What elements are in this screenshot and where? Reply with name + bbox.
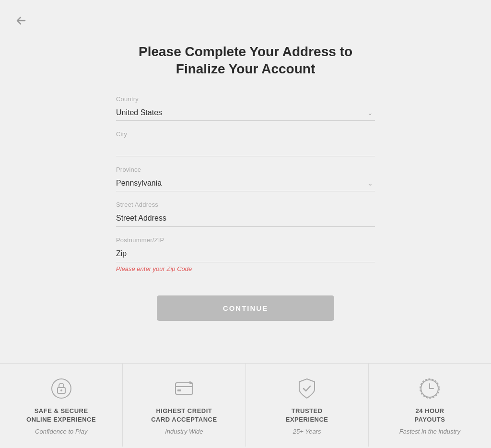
country-label: Country (116, 95, 375, 103)
country-select[interactable]: United States Canada United Kingdom Aust… (116, 106, 375, 120)
lock-icon (50, 377, 73, 400)
street-label: Street Address (116, 201, 375, 208)
main-content: Please Complete Your Address to Finalize… (0, 0, 491, 340)
zip-input[interactable] (116, 247, 375, 262)
feature-safe-subtitle: Confidence to Play (35, 428, 87, 435)
zip-label: Postnummer/ZIP (116, 236, 375, 244)
province-select-wrapper: Pennsylvania California New York Texas F… (116, 176, 375, 191)
city-input[interactable] (116, 141, 375, 156)
province-select[interactable]: Pennsylvania California New York Texas F… (116, 176, 375, 191)
city-field: City (116, 130, 375, 156)
feature-card-subtitle: Industry Wide (165, 428, 203, 435)
street-input[interactable] (116, 211, 375, 227)
province-label: Province (116, 166, 375, 173)
page-wrapper: Please Complete Your Address to Finalize… (0, 0, 491, 448)
feature-safe-secure: SAFE & SECUREONLINE EXPERIENCE Confidenc… (0, 364, 123, 447)
feature-payouts: 24 HOURPAYOUTS Fastest in the industry (369, 364, 491, 447)
back-icon (15, 15, 27, 26)
svg-point-0 (52, 379, 71, 398)
feature-card-title: HIGHEST CREDITCARD ACCEPTANCE (151, 407, 217, 424)
back-button[interactable] (13, 13, 29, 29)
feature-payouts-subtitle: Fastest in the industry (399, 428, 460, 435)
card-icon (173, 377, 196, 400)
svg-rect-5 (177, 389, 181, 391)
svg-point-2 (60, 389, 62, 391)
clock-icon (418, 377, 441, 400)
footer-features: SAFE & SECUREONLINE EXPERIENCE Confidenc… (0, 363, 491, 447)
feature-credit-card: HIGHEST CREDITCARD ACCEPTANCE Industry W… (123, 364, 246, 447)
city-label: City (116, 130, 375, 138)
svg-rect-3 (175, 383, 193, 394)
form-container: Country United States Canada United King… (116, 95, 375, 282)
feature-safe-title: SAFE & SECUREONLINE EXPERIENCE (26, 407, 96, 424)
feature-trusted-subtitle: 25+ Years (293, 428, 321, 435)
page-title: Please Complete Your Address to Finalize… (139, 43, 352, 78)
feature-payouts-title: 24 HOURPAYOUTS (414, 407, 445, 424)
continue-button[interactable]: CONTINUE (157, 295, 334, 321)
check-shield-icon (295, 377, 318, 400)
feature-trusted: TRUSTEDEXPERIENCE 25+ Years (246, 364, 369, 447)
country-select-wrapper: United States Canada United Kingdom Aust… (116, 106, 375, 121)
feature-trusted-title: TRUSTEDEXPERIENCE (286, 407, 328, 424)
zip-field: Postnummer/ZIP Please enter your Zip Cod… (116, 236, 375, 272)
street-field: Street Address (116, 201, 375, 227)
province-field: Province Pennsylvania California New Yor… (116, 166, 375, 191)
country-field: Country United States Canada United King… (116, 95, 375, 121)
zip-error-message: Please enter your Zip Code (116, 265, 375, 272)
